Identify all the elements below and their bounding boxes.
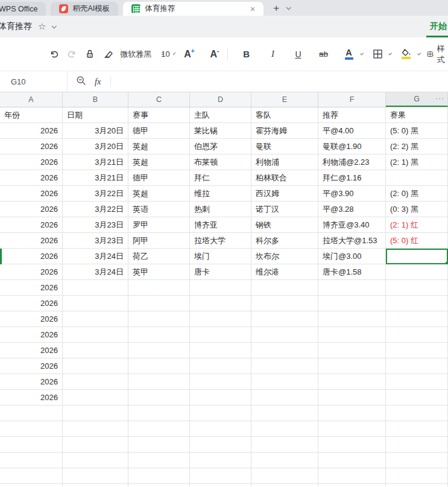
cell[interactable]: 霍芬海姆 <box>251 123 318 139</box>
cell[interactable] <box>63 280 128 296</box>
cell[interactable] <box>386 296 448 311</box>
cell[interactable] <box>386 421 448 437</box>
cell[interactable] <box>0 468 63 484</box>
cell[interactable]: 西汉姆 <box>251 186 318 202</box>
cell[interactable] <box>190 484 251 487</box>
cell[interactable] <box>251 421 318 437</box>
cell[interactable] <box>386 327 448 343</box>
cell[interactable] <box>63 374 128 390</box>
cell[interactable]: (2: 1) 红 <box>386 217 448 233</box>
cell[interactable]: (2: 0) 黑 <box>386 186 448 202</box>
font-family-select[interactable]: 微软雅黑 <box>125 45 155 64</box>
cell[interactable] <box>63 484 128 487</box>
cell[interactable] <box>190 311 251 327</box>
cell[interactable] <box>386 280 448 296</box>
borders-chevron-icon[interactable] <box>388 52 392 56</box>
fx-icon[interactable]: fx <box>95 77 101 87</box>
zoom-out-icon[interactable] <box>76 75 86 88</box>
cell[interactable] <box>386 374 448 390</box>
cell[interactable]: 2026 <box>0 249 63 264</box>
cell[interactable]: 柏林联合 <box>251 170 318 186</box>
tab-docer-templates[interactable]: 稻壳AI模板 <box>51 2 118 16</box>
cell[interactable] <box>63 327 128 343</box>
cell[interactable] <box>128 343 190 358</box>
cell[interactable] <box>386 358 448 374</box>
cell[interactable] <box>318 343 386 358</box>
cell[interactable] <box>251 327 318 343</box>
cell[interactable] <box>63 453 128 468</box>
header-cell[interactable]: 推荐 <box>318 107 386 123</box>
cell[interactable] <box>190 280 251 296</box>
cell[interactable]: (0: 3) 黑 <box>386 202 448 217</box>
cell[interactable]: 2026 <box>0 233 63 249</box>
cell[interactable] <box>128 311 190 327</box>
cell[interactable] <box>386 437 448 453</box>
cell[interactable]: 英甲 <box>128 264 190 280</box>
cell[interactable]: 3月24日 <box>63 264 128 280</box>
cell[interactable] <box>386 484 448 487</box>
increase-font-button[interactable]: A+ <box>180 45 198 64</box>
cell[interactable] <box>190 421 251 437</box>
cell[interactable]: 2026 <box>0 186 63 202</box>
cell[interactable] <box>386 468 448 484</box>
cell[interactable] <box>63 390 128 406</box>
column-header-C[interactable]: C <box>128 92 190 107</box>
cell[interactable]: 平@3.28 <box>318 202 386 217</box>
cell[interactable] <box>0 437 63 453</box>
cell[interactable]: 曼联@1.90 <box>318 139 386 154</box>
cell[interactable] <box>386 170 448 186</box>
ribbon-tab-home[interactable]: 开始 <box>424 16 448 37</box>
cell[interactable] <box>190 358 251 374</box>
clear-format-eraser-icon[interactable] <box>99 45 117 64</box>
cell[interactable] <box>190 374 251 390</box>
cell[interactable] <box>251 374 318 390</box>
cell[interactable] <box>386 453 448 468</box>
cell[interactable] <box>318 280 386 296</box>
undo-button[interactable] <box>45 45 63 64</box>
cell[interactable]: 2026 <box>0 327 63 343</box>
cell[interactable]: 3月21日 <box>63 170 128 186</box>
cell[interactable]: 3月21日 <box>63 154 128 170</box>
cell[interactable] <box>63 358 128 374</box>
cell[interactable] <box>251 343 318 358</box>
cell[interactable] <box>190 296 251 311</box>
column-header-B[interactable]: B <box>63 92 128 107</box>
cell[interactable]: 2026 <box>0 217 63 233</box>
cell[interactable] <box>190 468 251 484</box>
cell[interactable] <box>251 296 318 311</box>
column-header-D[interactable]: D <box>190 92 251 107</box>
cell[interactable]: 维尔港 <box>251 264 318 280</box>
cell[interactable] <box>190 327 251 343</box>
cell[interactable] <box>386 343 448 358</box>
cell[interactable] <box>251 280 318 296</box>
cell[interactable]: 英语 <box>128 202 190 217</box>
cell[interactable] <box>251 358 318 374</box>
cell[interactable]: 拉塔大学 <box>190 233 251 249</box>
cell[interactable] <box>0 421 63 437</box>
cell[interactable] <box>190 343 251 358</box>
cell[interactable]: 3月20日 <box>63 123 128 139</box>
cell[interactable] <box>128 437 190 453</box>
cell[interactable] <box>386 406 448 421</box>
cell[interactable]: 3月20日 <box>63 139 128 154</box>
tab-sports-recommend[interactable]: 体育推荐 × <box>123 2 263 16</box>
selected-cell[interactable] <box>386 249 448 264</box>
cell[interactable]: 3月23日 <box>63 217 128 233</box>
column-header-G[interactable]: G··· <box>386 92 448 107</box>
cell[interactable] <box>128 327 190 343</box>
cell[interactable]: 2026 <box>0 123 63 139</box>
cell[interactable] <box>63 468 128 484</box>
cell[interactable] <box>128 374 190 390</box>
cell[interactable] <box>190 390 251 406</box>
cell[interactable] <box>318 453 386 468</box>
cell[interactable] <box>318 390 386 406</box>
cell[interactable] <box>128 484 190 487</box>
cell[interactable] <box>63 406 128 421</box>
cell[interactable]: 德甲 <box>128 123 190 139</box>
cell[interactable]: 2026 <box>0 311 63 327</box>
formula-input[interactable] <box>111 71 448 92</box>
cell[interactable] <box>190 406 251 421</box>
cell[interactable] <box>63 343 128 358</box>
cell[interactable] <box>386 264 448 280</box>
cell[interactable]: (5: 0) 黑 <box>386 123 448 139</box>
